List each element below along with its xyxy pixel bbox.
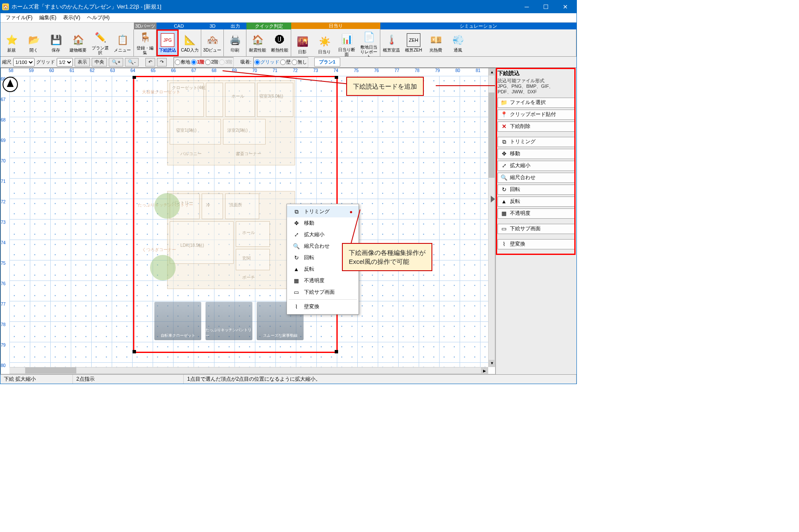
sunlight-button[interactable]: ☀️日当り: [313, 29, 336, 60]
rp-wall-button[interactable]: 壁変換: [498, 239, 575, 249]
scroll-right-button[interactable]: ▶: [481, 367, 488, 374]
menu-view[interactable]: 表示(V): [60, 13, 84, 22]
undo-button[interactable]: ↶: [145, 58, 155, 66]
ruler-top: 5859606162636465666768697071727374757677…: [1, 68, 488, 76]
lightcost-button[interactable]: 💴光熱費: [425, 29, 447, 56]
callout-mode: 下絵読込モードを追加: [346, 77, 424, 96]
status-hint1: 2点指示: [73, 375, 184, 384]
new-button[interactable]: ⭐新規: [0, 29, 23, 56]
seismic-icon: 🏠: [251, 33, 264, 47]
save-button[interactable]: 💾保存: [45, 29, 67, 56]
floor-2[interactable]: 2階: [205, 58, 218, 66]
ctx-opacity[interactable]: 不透明度: [287, 275, 359, 286]
sunreport-button[interactable]: 📄敷地日当りレポート: [358, 29, 380, 60]
view3d-button[interactable]: 🏘️3Dビュー: [201, 29, 223, 56]
grid-label: グリッド: [36, 59, 55, 65]
rp-move-button[interactable]: 移動: [498, 149, 575, 159]
menu-button[interactable]: 📋メニュー: [111, 29, 133, 56]
rp-title: 下絵読込: [498, 69, 575, 77]
drawing-grid[interactable]: クローゼット(4帖) ホール 寝室3(6.0帖) 寝室1(6帖) 洋室2(6帖)…: [9, 76, 488, 367]
crop-icon: [501, 139, 507, 145]
building-label: 建物概要: [69, 48, 87, 52]
hscrollbar[interactable]: ◀ ▶: [1, 367, 488, 374]
group-3dparts: 3Dパーツ: [134, 23, 156, 29]
rp-del-button[interactable]: 下絵削除: [498, 121, 575, 132]
rp-flip-button[interactable]: 反転: [498, 197, 575, 207]
register-button[interactable]: 🪑登録・編集: [134, 29, 156, 56]
thermal-button[interactable]: 🅤断熱性能: [269, 29, 291, 56]
minimize-button[interactable]: ─: [517, 1, 536, 13]
cost-icon: 💴: [429, 33, 443, 47]
close-button[interactable]: ✕: [556, 1, 575, 13]
rp-trim-button[interactable]: トリミング: [498, 137, 575, 147]
rp-rotate-button[interactable]: 回転: [498, 185, 575, 195]
building-button[interactable]: 🏠建物概要: [67, 29, 89, 56]
rp-sub-button[interactable]: 下絵サブ画面: [498, 224, 575, 234]
baseimg-button[interactable]: JPG下絵読込: [156, 29, 179, 56]
zoomout-button[interactable]: 🔍-: [125, 58, 139, 66]
rp-opacity-button[interactable]: 不透明度: [498, 208, 575, 219]
scroll-up-button[interactable]: ▲: [489, 69, 495, 75]
menu-help[interactable]: ヘルプ(H): [84, 13, 113, 22]
cadinput-button[interactable]: 📐CAD入力: [179, 29, 201, 56]
print-button[interactable]: 🖨️印刷: [224, 29, 246, 56]
lightcost-label: 光熱費: [429, 48, 442, 52]
fit-icon: [501, 174, 507, 181]
scale-select[interactable]: 1/100: [13, 58, 35, 66]
center-button[interactable]: 中央: [92, 58, 107, 66]
temp-icon: 🌡️: [385, 33, 398, 47]
ctx-scale[interactable]: 拡大縮小: [287, 229, 359, 240]
thermal-icon: 🅤: [273, 33, 287, 47]
plan-tab[interactable]: プラン1: [314, 58, 340, 66]
plan-label: プラン選択: [90, 46, 110, 55]
menu-edit[interactable]: 編集(E): [36, 13, 60, 22]
open-label: 開く: [29, 48, 38, 52]
zeh-button[interactable]: ZEH概算ZEH: [402, 29, 425, 56]
sunlight-label: 日当り: [318, 49, 331, 54]
open-button[interactable]: 📂開く: [23, 29, 45, 56]
main-area: 5859606162636465666768697071727374757677…: [0, 68, 576, 374]
redo-button[interactable]: ↷: [157, 58, 167, 66]
app-icon: 🏠: [2, 3, 9, 10]
ventilation-button[interactable]: 💨通風: [447, 29, 469, 56]
rp-clip-button[interactable]: クリップボード貼付: [498, 110, 575, 120]
display-button[interactable]: 表示: [75, 58, 90, 66]
floorplan-1f: パントリー 冷 洗面所 LDK(18.5帖) ホール 玄関 ポーチ たっぷりキッ…: [167, 191, 295, 289]
rp-file-button[interactable]: ファイルを選択: [498, 98, 575, 108]
ctx-wall[interactable]: 壁変換: [287, 301, 359, 312]
chair-icon: 🪑: [138, 31, 152, 45]
scroll-down-button[interactable]: ▼: [489, 360, 495, 367]
menu-file[interactable]: ファイル(F): [2, 13, 36, 22]
rp-fit-button[interactable]: 縮尺合わせ: [498, 173, 575, 183]
ctx-sub[interactable]: 下絵サブ画面: [287, 286, 359, 298]
vscroll-thumb[interactable]: [489, 93, 495, 178]
sunsection-button[interactable]: 📊日当り断面: [336, 29, 358, 60]
floor-3[interactable]: 3階: [219, 58, 232, 66]
snap-none[interactable]: 無し: [292, 58, 307, 66]
seismic-button[interactable]: 🏠耐震性能: [246, 29, 269, 56]
group-output: 出力: [224, 23, 246, 29]
snap-wall[interactable]: 壁: [280, 58, 291, 66]
zoomin-button[interactable]: 🔍+: [109, 58, 123, 66]
jpg-icon: JPG: [161, 33, 174, 47]
floor-radios: 敷地 1階 2階 3階: [174, 57, 234, 67]
panel-collapse-icon[interactable]: [491, 196, 495, 202]
plan-button[interactable]: ✏️プラン選択: [89, 29, 111, 56]
ctx-move[interactable]: 移動: [287, 217, 359, 229]
maximize-button[interactable]: ☐: [536, 1, 556, 13]
tree-icon: [150, 255, 176, 280]
menubar: ファイル(F) 編集(E) 表示(V) ヘルプ(H): [0, 13, 576, 23]
app-window: 🏠 ホームズ君「すまいのかんたんプレゼン」Ver1.22β - [新規1] ─ …: [0, 0, 577, 384]
snap-grid[interactable]: グリッド: [255, 58, 279, 66]
hscroll-thumb[interactable]: [25, 367, 76, 373]
grid-select[interactable]: 1/2: [57, 58, 73, 66]
shadow-button[interactable]: 🌇日影: [291, 29, 313, 60]
vscrollbar[interactable]: ▲ ▼: [488, 68, 495, 367]
roomtemp-button[interactable]: 🌡️概算室温: [380, 29, 402, 56]
flip-icon: [293, 266, 300, 272]
rp-scale-button[interactable]: 拡大縮小: [498, 161, 575, 171]
print-label: 印刷: [231, 48, 239, 52]
floor-1[interactable]: 1階: [191, 58, 204, 66]
floor-site[interactable]: 敷地: [175, 58, 190, 66]
ctx-trim[interactable]: トリミング●: [287, 206, 359, 217]
